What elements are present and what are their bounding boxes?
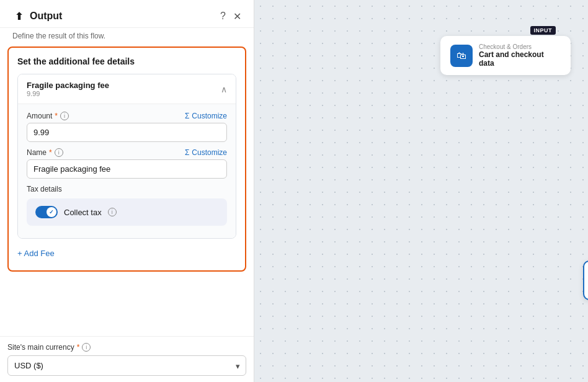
fee-card-header[interactable]: Fragile packaging fee 9.99 ∧ — [18, 74, 236, 104]
checkout-card-title: Cart and checkout data — [479, 50, 561, 68]
left-panel: ⬆ Output ? ✕ Define the result of this f… — [0, 0, 254, 382]
sigma-icon: Σ — [185, 112, 189, 120]
name-label: Name * i — [27, 148, 63, 157]
amount-required: * — [55, 112, 58, 120]
amount-field-row: Amount * i Σ Customize — [27, 112, 227, 142]
fee-card-header-text: Fragile packaging fee 9.99 — [27, 81, 109, 97]
name-required: * — [49, 148, 52, 157]
panel-header-actions: ? ✕ — [220, 11, 241, 22]
currency-select-wrapper: USD ($) EUR (€) GBP (£) — [7, 355, 246, 376]
upload-icon: ⬆ — [12, 10, 25, 22]
checkout-orders-card[interactable]: 🛍 Checkout & Orders Cart and checkout da… — [440, 36, 571, 75]
fee-card-title: Fragile packaging fee — [27, 81, 109, 90]
panel-title: ⬆ Output — [12, 10, 62, 22]
currency-select[interactable]: USD ($) EUR (€) GBP (£) — [7, 355, 246, 376]
amount-customize-button[interactable]: Σ Customize — [185, 112, 227, 120]
name-input[interactable] — [27, 159, 227, 179]
toggle-thumb — [47, 207, 56, 217]
help-button[interactable]: ? — [220, 11, 226, 22]
collect-tax-info-icon[interactable]: i — [108, 208, 117, 216]
currency-info-icon[interactable]: i — [82, 343, 91, 352]
tax-section-label: Tax details — [27, 185, 227, 193]
sigma-icon-2: Σ — [185, 148, 189, 157]
checkout-card-text: Checkout & Orders Cart and checkout data — [479, 43, 561, 68]
collect-tax-card: Collect tax i — [27, 198, 227, 226]
name-info-icon[interactable]: i — [55, 148, 63, 157]
panel-title-text: Output — [30, 11, 62, 22]
currency-section: Site's main currency * i USD ($) EUR (€)… — [0, 336, 254, 382]
fee-card-subtitle: 9.99 — [27, 90, 109, 97]
add-fee-button[interactable]: + Add Fee — [17, 245, 236, 262]
fee-card-body: Amount * i Σ Customize — [18, 104, 236, 238]
name-field-row: Name * i Σ Customize — [27, 148, 227, 179]
checkout-card-label: Checkout & Orders — [479, 43, 561, 50]
collect-tax-label: Collect tax — [64, 208, 102, 217]
amount-label: Amount * i — [27, 112, 69, 120]
name-label-row: Name * i Σ Customize — [27, 148, 227, 157]
apply-fee-card[interactable]: ⬆ Apply additional fees ✓ 🗑 — [583, 260, 588, 300]
panel-header: ⬆ Output ? ✕ — [0, 0, 254, 28]
checkout-icon: 🛍 — [450, 45, 473, 67]
panel-subtitle: Define the result of this flow. — [0, 28, 254, 47]
currency-label: Site's main currency * i — [7, 343, 246, 352]
currency-required: * — [77, 343, 80, 352]
panel-body: Set the additional fee details Fragile p… — [0, 47, 254, 336]
amount-input[interactable] — [27, 123, 227, 142]
section-title: Set the additional fee details — [17, 56, 236, 66]
chevron-up-icon: ∧ — [221, 84, 227, 94]
name-customize-button[interactable]: Σ Customize — [185, 148, 227, 157]
fee-section: Set the additional fee details Fragile p… — [7, 47, 246, 272]
input-badge: INPUT — [530, 26, 556, 35]
collect-tax-toggle[interactable] — [35, 206, 58, 218]
close-button[interactable]: ✕ — [233, 11, 241, 22]
amount-label-row: Amount * i Σ Customize — [27, 112, 227, 120]
fee-card: Fragile packaging fee 9.99 ∧ Amount * i — [17, 74, 236, 239]
canvas: INPUT 🛍 Checkout & Orders Cart and check… — [254, 0, 588, 382]
amount-info-icon[interactable]: i — [60, 112, 69, 120]
